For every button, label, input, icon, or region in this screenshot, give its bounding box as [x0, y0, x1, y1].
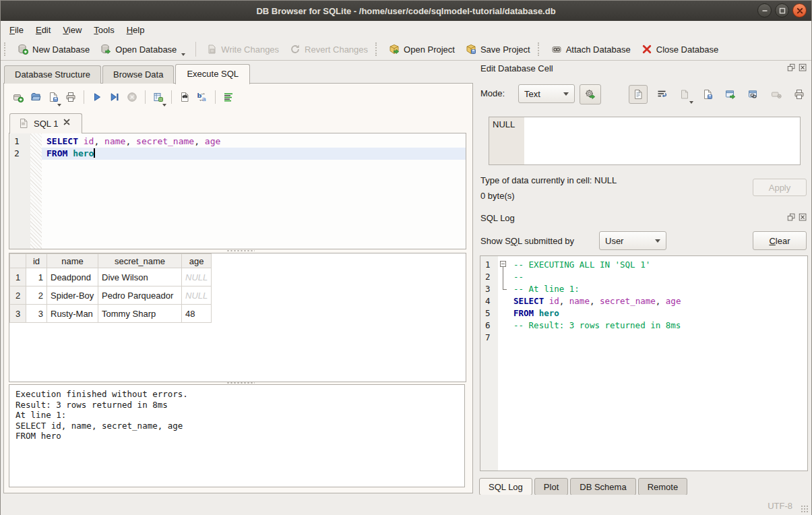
sql-tab-label: SQL 1: [34, 119, 58, 129]
status-bar: UTF-8: [1, 495, 811, 515]
sql-editor-tab[interactable]: SQL 1: [9, 113, 82, 133]
code-token: ,: [656, 296, 666, 306]
copy-link-button[interactable]: [745, 86, 762, 103]
sql-editor[interactable]: 12 SELECT id, name, secret_name, ageFROM…: [9, 133, 466, 249]
close-button[interactable]: [792, 3, 807, 18]
revert-changes-button: Revert Changes: [284, 41, 373, 57]
line-number: 1: [9, 135, 30, 148]
table-cell[interactable]: 2: [26, 286, 47, 305]
dock-close-icon[interactable]: [799, 213, 807, 222]
encoding-indicator[interactable]: UTF-8: [768, 501, 792, 511]
row-number[interactable]: 3: [10, 305, 26, 323]
table-cell[interactable]: 48: [182, 305, 212, 323]
save-results-icon: [153, 92, 164, 102]
dock-tab-plot[interactable]: Plot: [534, 478, 568, 495]
save-sql-file-button[interactable]: [44, 88, 62, 106]
toolbar-handle[interactable]: [4, 42, 8, 56]
dropdown-caret-icon[interactable]: [689, 101, 693, 104]
menu-view[interactable]: View: [57, 22, 88, 38]
clear-log-button[interactable]: Clear: [753, 231, 807, 250]
open-sql-file-button[interactable]: [27, 88, 44, 106]
save-project-button[interactable]: Save Project: [460, 41, 536, 57]
tab-execute-sql[interactable]: Execute SQL: [175, 64, 250, 84]
find-button[interactable]: [176, 88, 193, 106]
table-cell[interactable]: 3: [26, 305, 47, 323]
copy-link-icon: [748, 89, 759, 100]
open-external-button[interactable]: [722, 86, 739, 103]
export-data-button[interactable]: [699, 86, 716, 103]
line-number: 2: [9, 148, 30, 160]
mode-select[interactable]: Text: [518, 84, 575, 103]
table-cell[interactable]: NULL: [182, 286, 212, 305]
menu-edit[interactable]: Edit: [30, 22, 57, 38]
row-number[interactable]: 2: [10, 286, 26, 305]
save-results-button[interactable]: [150, 88, 167, 106]
column-header-id[interactable]: id: [26, 254, 47, 268]
apply-mode-icon: [585, 89, 596, 100]
dropdown-caret-icon[interactable]: [57, 104, 61, 107]
sql-log-filter-select[interactable]: User: [599, 231, 666, 250]
print-cell-button[interactable]: [790, 86, 808, 103]
sql-log-view[interactable]: 1234567 -- EXECUTING ALL IN 'SQL 1'---- …: [480, 255, 808, 471]
dropdown-caret-icon[interactable]: [162, 104, 166, 107]
text-mode-button[interactable]: [629, 85, 648, 104]
open-database-button[interactable]: Open Database: [95, 41, 191, 57]
apply-mode-button[interactable]: [580, 84, 601, 104]
code-token: -- EXECUTING ALL IN 'SQL 1': [513, 260, 650, 270]
maximize-button[interactable]: [775, 3, 789, 18]
auto-format-button[interactable]: [220, 88, 237, 106]
toolbar-handle[interactable]: [538, 42, 542, 56]
menu-file[interactable]: File: [3, 22, 30, 38]
apply-button[interactable]: Apply: [753, 179, 807, 196]
table-cell[interactable]: Rusty-Man: [47, 305, 98, 323]
minimize-button[interactable]: [757, 3, 772, 18]
menu-tools[interactable]: Tools: [88, 22, 120, 38]
open-project-icon: [389, 44, 400, 55]
code-token: hero: [539, 308, 559, 318]
tab-database-structure[interactable]: Database Structure: [4, 65, 101, 84]
execution-message[interactable]: Execution finished without errors. Resul…: [9, 384, 465, 487]
new-database-button[interactable]: New Database: [12, 41, 95, 57]
fold-collapse-icon[interactable]: [500, 261, 506, 267]
table-cell[interactable]: 1: [26, 268, 47, 286]
column-header-name[interactable]: name: [47, 254, 98, 268]
attach-database-button[interactable]: Attach Database: [546, 41, 636, 57]
new-sql-tab-button[interactable]: [9, 88, 27, 106]
dock-close-icon[interactable]: [799, 63, 807, 72]
code-token: FROM: [513, 308, 534, 318]
open-project-button[interactable]: Open Project: [383, 41, 460, 57]
cell-editor[interactable]: NULL: [489, 117, 801, 165]
toolbar-handle[interactable]: [375, 42, 379, 56]
execute-line-icon: [109, 92, 120, 102]
editor-code-area[interactable]: SELECT id, name, secret_name, ageFROM he…: [42, 135, 466, 160]
resize-grip-icon[interactable]: [801, 505, 809, 513]
dock-tab-sql-log[interactable]: SQL Log: [479, 478, 532, 495]
table-cell[interactable]: Tommy Sharp: [98, 305, 182, 323]
print-cell-icon: [794, 89, 805, 100]
table-cell[interactable]: Spider-Boy: [47, 286, 98, 305]
column-header-secret_name[interactable]: secret_name: [98, 254, 182, 268]
execute-all-button[interactable]: [88, 88, 106, 106]
word-wrap-button[interactable]: [653, 86, 670, 103]
titlebar[interactable]: DB Browser for SQLite - /home/user/code/…: [1, 1, 811, 21]
table-cell[interactable]: Dive Wilson: [98, 268, 182, 286]
close-database-button[interactable]: Close Database: [636, 41, 724, 57]
tab-close-icon[interactable]: [63, 118, 73, 129]
menu-help[interactable]: Help: [121, 22, 151, 38]
find-replace-button[interactable]: ba: [193, 88, 211, 106]
dock-float-icon[interactable]: [787, 63, 796, 72]
dock-tab-remote[interactable]: Remote: [638, 478, 688, 495]
tab-browse-data[interactable]: Browse Data: [102, 65, 174, 84]
table-cell[interactable]: Pedro Parqueador: [98, 286, 182, 305]
corner-header[interactable]: [10, 254, 26, 268]
dock-float-icon[interactable]: [787, 213, 796, 222]
dropdown-caret-icon[interactable]: [181, 53, 185, 56]
edit-cell-title: Edit Database Cell: [480, 63, 553, 73]
row-number[interactable]: 1: [10, 268, 26, 286]
dock-tab-db-schema[interactable]: DB Schema: [570, 478, 635, 495]
column-header-age[interactable]: age: [182, 254, 212, 268]
table-cell[interactable]: NULL: [182, 268, 212, 286]
print-sql-button[interactable]: [62, 88, 80, 106]
execute-current-line-button[interactable]: [106, 88, 123, 106]
table-cell[interactable]: Deadpond: [47, 268, 98, 286]
